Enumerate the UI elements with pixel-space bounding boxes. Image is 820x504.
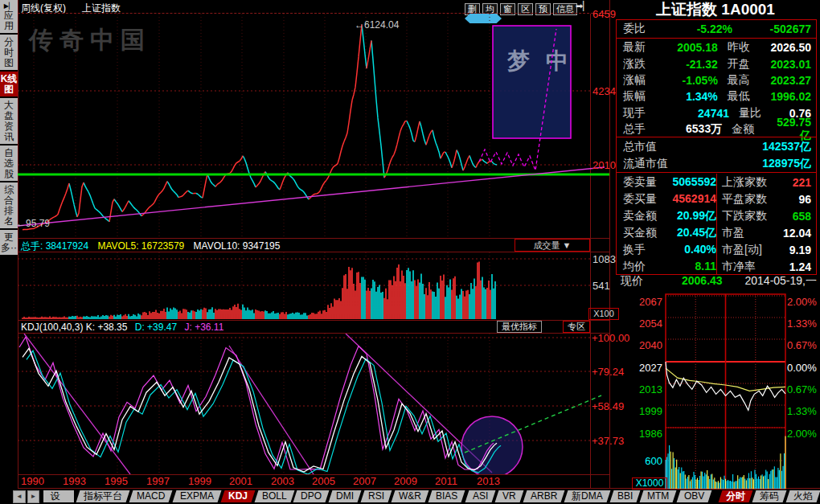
- year-tick-label: 1997: [146, 475, 170, 487]
- view-tab-分时[interactable]: 分时: [719, 490, 753, 502]
- sidebar-item-应用[interactable]: ▶▏应用: [0, 0, 18, 33]
- tab-VR[interactable]: VR: [495, 490, 524, 502]
- box-label: 梦 中: [506, 48, 573, 73]
- tab-ARBR[interactable]: ARBR: [523, 490, 564, 502]
- x-axis-years: 1990199319951997199920012003200520072009…: [0, 475, 611, 488]
- market-cap-box: 总市值142537亿流通市值128975亿: [616, 137, 817, 173]
- year-tick-label: 2001: [229, 475, 252, 487]
- quote-row: 涨幅-1.05%最高2023.27: [617, 72, 816, 88]
- quote-detail-box: 委卖量5065592上涨家数221委买量4562914平盘家数96卖金额20.9…: [616, 172, 817, 275]
- quote-row: 总手6533万金额529.75亿: [617, 121, 816, 137]
- tab-scroll-left[interactable]: ◄: [13, 490, 26, 503]
- year-tick-label: 1999: [188, 475, 211, 487]
- quote-main-box: 最新2005.18昨收2026.50涨跌-21.32开盘2023.01涨幅-1.…: [616, 38, 817, 137]
- play-icon: ▶▏: [0, 2, 18, 10]
- quote-row: 涨跌-21.32开盘2023.01: [617, 55, 816, 72]
- tab-MACD[interactable]: MACD: [129, 490, 173, 502]
- low-price-annotation: ←95.79: [16, 218, 50, 229]
- sidebar-item-K线图[interactable]: K线图: [0, 72, 18, 96]
- peak-price-annotation: ←6124.04: [355, 19, 399, 31]
- axis-label: 541: [592, 280, 610, 292]
- tab-DPO[interactable]: DPO: [293, 490, 330, 502]
- kdj-header: KDJ(100,40,3) K: +38.35 D: +39.47 J: +36…: [21, 322, 223, 333]
- sidebar-item-自选股[interactable]: 自选股: [0, 145, 18, 181]
- quote-row: 委买量4562914平盘家数96: [617, 191, 816, 207]
- indicator-platform-tab[interactable]: 指标平台: [76, 490, 130, 502]
- mavol5: MAVOL5: 16723579: [97, 240, 184, 252]
- tab-新DMA[interactable]: 新DMA: [564, 490, 611, 502]
- view-tab-筹码[interactable]: 筹码: [752, 490, 787, 502]
- tab-ASI[interactable]: ASI: [465, 490, 495, 502]
- axis-label: 1083: [592, 253, 616, 265]
- now-price-label: 现价: [621, 274, 643, 289]
- intraday-chart[interactable]: [611, 288, 820, 492]
- year-tick-label: 2013: [477, 475, 500, 487]
- now-price-value: 2006.43: [682, 274, 723, 287]
- tab-BIAS[interactable]: BIAS: [428, 490, 465, 502]
- year-tick-label: 1995: [105, 475, 128, 487]
- sidebar-item-综合排名[interactable]: 综合排名: [0, 182, 18, 228]
- kdj-params: KDJ(100,40,3) K: +38.35: [21, 322, 127, 333]
- year-tick-label: 2005: [312, 475, 335, 487]
- volume-total: 总手: 38417924: [21, 240, 88, 252]
- best-indicator-button[interactable]: 最优指标: [497, 321, 542, 333]
- year-tick-label: 1990: [21, 475, 44, 487]
- volume-header: 总手: 38417924 MAVOL5: 16723579 MAVOL10: 9…: [21, 240, 280, 253]
- trade-date: 2014-05-19,一: [744, 274, 817, 289]
- tab-DMI[interactable]: DMI: [329, 490, 362, 502]
- year-tick-label: 2011: [435, 475, 457, 487]
- watermark: 传奇中国: [29, 24, 151, 57]
- quote-row: 振幅1.34%最低1996.02: [617, 88, 816, 104]
- year-tick-label: 2003: [271, 475, 294, 487]
- quote-row: 总市值142537亿: [617, 138, 816, 155]
- quote-title: 上证指数 1A0001: [611, 0, 820, 18]
- now-price-row: 现价 2006.43 2014-05-19,一: [611, 274, 820, 288]
- weibi-box: 委比 -5.22% -502677: [616, 19, 817, 39]
- settings-button[interactable]: 设置: [43, 490, 74, 502]
- left-sidebar: ▶▏应用分时图K线图大盘资讯自选股综合排名更多··: [0, 0, 18, 489]
- sidebar-item-更多··[interactable]: 更多··: [0, 230, 18, 255]
- kdj-j-value: J: +36.11: [184, 322, 223, 333]
- quote-row: 卖金额20.99亿下跌家数658: [617, 207, 816, 224]
- tab-KDJ[interactable]: KDJ: [220, 490, 255, 502]
- view-tab-火焰[interactable]: 火焰: [786, 490, 820, 502]
- weibi-value: -5.22%: [670, 23, 732, 35]
- year-tick-label: 1993: [63, 475, 86, 487]
- year-tick-label: 2007: [353, 475, 376, 487]
- quote-row: 流通市值128975亿: [617, 155, 816, 172]
- tab-OBV[interactable]: OBV: [676, 490, 711, 502]
- trading-terminal: 周线(复权) 上证指数 删均窗区预信息 ➡▏ ▶▏应用分时图K线图大盘资讯自选股…: [0, 0, 820, 504]
- weibi-volume: -502677: [732, 23, 816, 35]
- arrow-right-icon[interactable]: ➡▏: [576, 1, 590, 11]
- tab-MTM[interactable]: MTM: [640, 490, 677, 502]
- indicator-dropdown[interactable]: 成交量 ▼: [515, 239, 590, 252]
- quote-row: 换手0.40%市盈[动]9.19: [617, 241, 816, 258]
- panel-separator: [609, 0, 610, 489]
- quote-row: 最新2005.18昨收2026.50: [617, 39, 816, 55]
- tab-RSI[interactable]: RSI: [361, 490, 392, 502]
- tab-EXPMA[interactable]: EXPMA: [172, 490, 221, 502]
- kdj-d-value: D: +39.47: [135, 322, 177, 333]
- zone-button[interactable]: 专区: [563, 321, 590, 333]
- mavol10: MAVOL10: 9347195: [194, 240, 281, 252]
- weibi-label: 委比: [623, 22, 670, 36]
- sidebar-item-大盘资讯[interactable]: 大盘资讯: [0, 98, 18, 144]
- tab-BBI[interactable]: BBI: [609, 490, 640, 502]
- tab-W&R[interactable]: W&R: [392, 490, 429, 502]
- tab-BOLL[interactable]: BOLL: [254, 490, 294, 502]
- axis-label: 2010: [592, 159, 616, 171]
- tab-scroll-right[interactable]: ►: [27, 490, 40, 503]
- quote-row: 委卖量5065592上涨家数221: [617, 174, 816, 191]
- volume-chart[interactable]: [18, 252, 609, 320]
- quote-row: 均价8.11市净率1.24: [617, 258, 816, 275]
- kdj-chart[interactable]: [18, 334, 609, 474]
- axis-label: 4234: [592, 85, 616, 97]
- sidebar-item-分时图[interactable]: 分时图: [0, 35, 18, 70]
- quote-row: 买金额20.45亿市盈12.04: [617, 224, 816, 241]
- year-tick-label: 2009: [394, 475, 417, 487]
